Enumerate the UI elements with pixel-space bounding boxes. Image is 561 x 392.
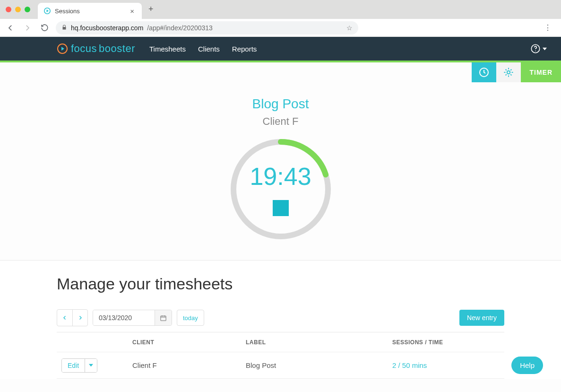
col-header-client: CLIENT [132,339,246,346]
clock-icon [478,67,490,78]
browser-menu-icon[interactable]: ⋮ [539,23,556,32]
svg-marker-6 [543,47,547,50]
new-tab-button[interactable]: + [142,4,160,19]
edit-button[interactable]: Edit [62,359,85,372]
edit-button-group: Edit [61,358,97,373]
help-icon [530,44,541,54]
window-close-icon[interactable] [6,7,11,12]
logo-text-2: booster [99,43,135,55]
timesheet-table: CLIENT LABEL SESSIONS / TIME Edit Client… [57,332,504,379]
stop-button[interactable] [273,200,289,216]
timer-panel: Blog Post Client F 19:43 [0,82,561,261]
edit-caret-button[interactable] [85,359,97,372]
caret-down-icon [89,363,93,367]
url-path: /app#/index/20200313 [147,24,213,32]
session-client: Client F [0,115,561,128]
timer-toolbar: TIMER [0,62,561,82]
session-title: Blog Post [0,96,561,112]
browser-tab[interactable]: Sessions × [38,3,142,19]
app-logo[interactable]: focusbooster [57,43,135,55]
date-pager [57,309,88,326]
nav-clients[interactable]: Clients [198,45,220,53]
help-menu[interactable] [530,44,547,54]
browser-address-bar: hq.focusboosterapp.com/app#/index/202003… [0,19,561,37]
calendar-button[interactable] [155,310,172,325]
tab-close-icon[interactable]: × [128,7,136,15]
sheet-controls: today New entry [57,309,504,326]
nav-timesheets[interactable]: Timesheets [149,45,186,53]
svg-marker-3 [61,47,64,51]
caret-down-icon [543,47,547,51]
tab-favicon-icon [43,7,51,15]
cell-label: Blog Post [246,361,392,369]
timer-dial: 19:43 [229,137,333,241]
url-input[interactable]: hq.focusboosterapp.com/app#/index/202003… [56,21,358,35]
chevron-left-icon [62,315,68,321]
logo-text-1: focus [71,43,97,55]
calendar-icon [160,314,167,322]
svg-marker-12 [89,364,93,366]
help-fab[interactable]: Help [511,357,543,374]
next-day-button[interactable] [72,310,87,326]
svg-point-5 [535,51,536,52]
forward-icon[interactable] [22,22,33,34]
today-button[interactable]: today [177,310,204,326]
col-header-sessions: SESSIONS / TIME [392,339,504,346]
page-title: Manage your timesheets [57,275,504,293]
url-host: hq.focusboosterapp.com [71,24,143,32]
app-navbar: focusbooster Timesheets Clients Reports [0,37,561,61]
date-input[interactable] [93,310,155,325]
timer-elapsed: 19:43 [250,162,311,191]
gear-icon [503,67,514,78]
date-field-wrap [93,310,172,326]
svg-marker-1 [47,9,49,12]
cell-sessions[interactable]: 2 / 50 mins [392,361,504,369]
chevron-right-icon [78,315,83,321]
nav-reports[interactable]: Reports [232,45,257,53]
svg-point-8 [507,71,510,74]
lock-icon [61,24,67,32]
timer-label-button[interactable]: TIMER [521,62,561,82]
back-icon[interactable] [5,22,16,34]
prev-day-button[interactable] [57,310,72,326]
reload-icon[interactable] [39,22,50,34]
svg-rect-11 [161,316,166,321]
window-controls [0,7,36,19]
nav-links: Timesheets Clients Reports [149,45,257,53]
timesheet-section: Manage your timesheets today New entry C… [0,261,561,379]
settings-button[interactable] [496,62,521,82]
tab-title: Sessions [55,8,124,15]
new-entry-button[interactable]: New entry [459,310,504,326]
cell-client: Client F [132,361,246,369]
bookmark-star-icon[interactable]: ☆ [346,24,353,32]
clock-button[interactable] [472,62,496,82]
col-header-label: LABEL [246,339,392,346]
table-row: Edit Client F Blog Post 2 / 50 mins [57,352,504,379]
window-maximize-icon[interactable] [25,7,30,12]
browser-tab-strip: Sessions × + [0,0,561,19]
window-minimize-icon[interactable] [15,7,21,12]
table-header-row: CLIENT LABEL SESSIONS / TIME [57,332,504,352]
